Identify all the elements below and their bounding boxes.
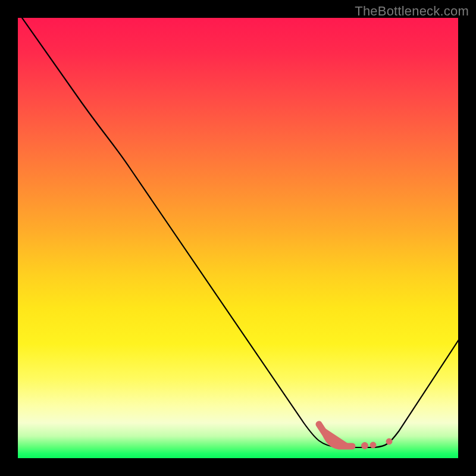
svg-point-1 [370, 442, 376, 448]
svg-point-0 [362, 443, 368, 449]
plot-area [18, 18, 458, 458]
watermark-text: TheBottleneck.com [355, 4, 469, 19]
highlight-markers [319, 424, 392, 449]
curve-overlay [18, 18, 458, 458]
chart-container: TheBottleneck.com [0, 0, 476, 476]
bottleneck-curve [18, 18, 458, 447]
svg-point-2 [386, 439, 392, 444]
